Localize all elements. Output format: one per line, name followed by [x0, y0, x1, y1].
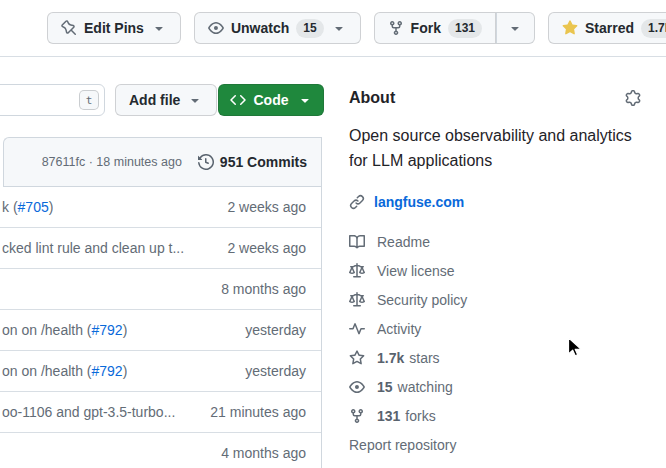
star-split-button: Starred 1.7k [548, 12, 666, 44]
commit-history-link[interactable]: 951 Commits [198, 154, 307, 170]
pin-icon [61, 20, 77, 36]
view-license-link[interactable]: View license [349, 256, 641, 285]
website-link[interactable]: langfuse.com [374, 194, 464, 210]
starred-button[interactable]: Starred 1.7k [548, 12, 666, 44]
repo-forked-icon [388, 20, 404, 36]
chevron-down-icon [297, 92, 313, 108]
file-list-panel: 87611fc · 18 minutes ago 951 Commits k (… [0, 137, 322, 468]
add-file-button[interactable]: Add file [115, 84, 217, 116]
book-icon [349, 234, 365, 250]
latest-commit-bar: 87611fc · 18 minutes ago 951 Commits [3, 137, 321, 187]
commit-date-link[interactable]: 8 months ago [221, 281, 306, 297]
about-sidebar: About Open source observability and anal… [349, 84, 641, 459]
commit-date-link[interactable]: 4 months ago [221, 445, 306, 461]
commit-message-link[interactable]: oo-1106 and gpt-3.5-turbo... [2, 404, 175, 420]
table-row: k (#705) 2 weeks ago [0, 187, 321, 228]
unwatch-button[interactable]: Unwatch 15 [194, 12, 361, 44]
readme-link[interactable]: Readme [349, 227, 641, 256]
stars-count-badge: 1.7k [641, 19, 666, 38]
watching-link[interactable]: 15 watching [349, 372, 641, 401]
commit-time: 18 minutes ago [96, 155, 181, 169]
commit-date-link[interactable]: 21 minutes ago [210, 404, 306, 420]
commit-date-link[interactable]: 2 weeks ago [227, 240, 306, 256]
code-button[interactable]: Code [218, 84, 324, 116]
separator-dot: · [89, 155, 93, 169]
table-row: on on /health (#792) yesterday [0, 310, 321, 351]
github-repo-page: Edit Pins Unwatch 15 Fork 131 [0, 0, 666, 468]
edit-pins-label: Edit Pins [84, 20, 144, 36]
commit-date-link[interactable]: yesterday [245, 363, 306, 379]
watchers-count-badge: 15 [296, 19, 323, 38]
table-row: oo-1106 and gpt-3.5-turbo... 21 minutes … [0, 392, 321, 433]
commits-count-label: 951 Commits [220, 154, 307, 170]
law-icon [349, 263, 365, 279]
table-row: on on /health (#792) yesterday [0, 351, 321, 392]
fork-dropdown-button[interactable] [496, 12, 535, 44]
star-filled-icon [562, 20, 578, 36]
link-icon [349, 194, 365, 210]
star-icon [349, 350, 365, 366]
chevron-down-icon [151, 20, 167, 36]
commit-message-link[interactable]: on on /health (#792) [2, 363, 127, 379]
eye-icon [208, 20, 224, 36]
commit-date-link[interactable]: yesterday [245, 322, 306, 338]
repo-action-toolbar: Edit Pins Unwatch 15 Fork 131 [0, 0, 666, 57]
commit-hash: 87611fc [42, 155, 86, 169]
fork-label: Fork [411, 20, 441, 36]
issue-link[interactable]: #705 [18, 199, 49, 215]
chevron-down-icon [507, 20, 523, 36]
law-icon [349, 292, 365, 308]
history-icon [198, 154, 214, 170]
go-to-file-input-wrapper: t [0, 84, 105, 116]
code-label: Code [254, 92, 289, 108]
edit-pins-button[interactable]: Edit Pins [47, 12, 181, 44]
chevron-down-icon [331, 20, 347, 36]
repo-description: Open source observability and analytics … [349, 123, 641, 173]
starred-label: Starred [585, 20, 634, 36]
commit-message-link[interactable]: cked lint rule and clean up t... [2, 240, 184, 256]
code-icon [230, 92, 246, 108]
pulse-icon [349, 321, 365, 337]
table-row: cked lint rule and clean up t... 2 weeks… [0, 228, 321, 269]
about-title: About [349, 89, 395, 107]
issue-link[interactable]: #792 [92, 322, 123, 338]
stars-link[interactable]: 1.7k stars [349, 343, 641, 372]
unwatch-label: Unwatch [231, 20, 289, 36]
forks-link[interactable]: 131 forks [349, 401, 641, 430]
keyboard-shortcut-key: t [79, 90, 99, 110]
fork-button[interactable]: Fork 131 [374, 12, 496, 44]
table-row: 8 months ago [0, 269, 321, 310]
chevron-down-icon [187, 92, 203, 108]
eye-icon [349, 379, 365, 395]
commit-message-link[interactable]: on on /health (#792) [2, 322, 127, 338]
repo-forked-icon [349, 408, 365, 424]
activity-link[interactable]: Activity [349, 314, 641, 343]
gear-icon[interactable] [625, 90, 641, 106]
report-repository-link[interactable]: Report repository [349, 430, 641, 459]
commit-date-link[interactable]: 2 weeks ago [227, 199, 306, 215]
security-policy-link[interactable]: Security policy [349, 285, 641, 314]
fork-split-button: Fork 131 [374, 12, 535, 44]
commit-message-link[interactable]: k (#705) [2, 199, 53, 215]
forks-count-badge: 131 [448, 19, 482, 38]
issue-link[interactable]: #792 [92, 363, 123, 379]
add-file-label: Add file [129, 92, 180, 108]
latest-commit-meta[interactable]: 87611fc · 18 minutes ago [42, 155, 182, 169]
table-row: 4 months ago [0, 433, 321, 468]
